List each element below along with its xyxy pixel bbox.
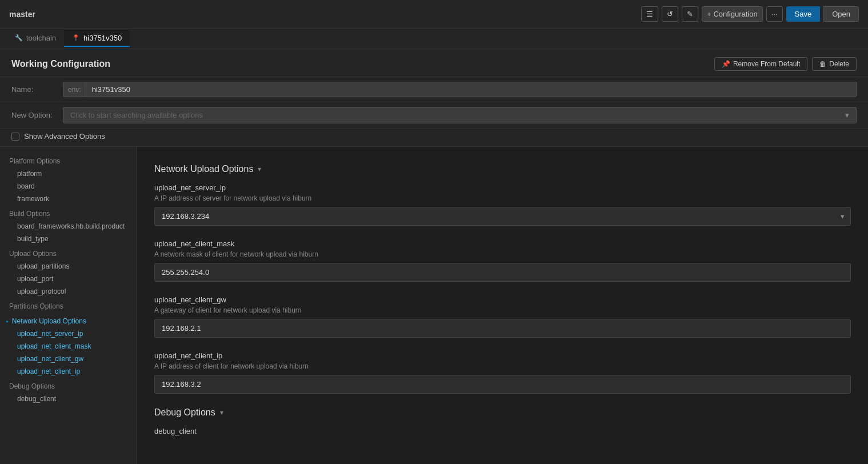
tab-hi3751v350-label: hi3751v350 [83, 34, 122, 42]
option-input-wrap-upload-net-client-ip [154, 375, 851, 394]
config-header-actions: 📌 Remove From Default 🗑 Delete [714, 57, 857, 71]
option-input-upload-net-client-gw[interactable] [155, 319, 850, 337]
name-prefix: env: [63, 83, 86, 97]
refresh-icon-btn[interactable]: ↺ [662, 6, 678, 22]
sidebar-group-partitions-options: Partitions Options [0, 298, 137, 313]
top-bar: master ☰ ↺ ✎ + Configuration ··· Save Op… [0, 0, 868, 29]
option-input-upload-net-server-ip[interactable] [155, 207, 835, 225]
network-upload-options-header: Network Upload Options ▾ [154, 164, 851, 174]
edit-icon-btn[interactable]: ✎ [682, 6, 698, 22]
top-bar-actions: ☰ ↺ ✎ + Configuration ··· Save Open [641, 6, 859, 22]
option-block-upload-net-client-gw: upload_net_client_gw A gateway of client… [154, 295, 851, 338]
main-content: Network Upload Options ▾ upload_net_serv… [137, 147, 868, 464]
option-input-wrap-upload-net-client-mask [154, 263, 851, 282]
option-desc-upload-net-client-ip: A IP address of client for network uploa… [154, 362, 851, 370]
sidebar-group-upload-options: Upload Options [0, 245, 137, 260]
option-desc-upload-net-client-mask: A network mask of client for network upl… [154, 250, 851, 258]
sidebar-item-platform[interactable]: platform [0, 167, 137, 180]
chevron-down-icon: ▾ [845, 111, 849, 119]
sidebar-group-platform-options: Platform Options [0, 153, 137, 167]
list-icon-btn[interactable]: ☰ [641, 6, 658, 22]
new-option-label: New Option: [11, 111, 57, 119]
option-block-upload-net-server-ip: upload_net_server_ip A IP address of ser… [154, 183, 851, 226]
option-name-upload-net-client-gw: upload_net_client_gw [154, 295, 851, 304]
sidebar-item-upload-net-server-ip[interactable]: upload_net_server_ip [0, 327, 137, 340]
tab-toolchain[interactable]: 🔧 toolchain [7, 30, 64, 47]
option-block-debug-client: debug_client [154, 427, 851, 435]
sidebar-item-board-frameworks[interactable]: board_frameworks.hb.build.product [0, 220, 137, 233]
sidebar-item-upload-net-client-ip[interactable]: upload_net_client_ip [0, 365, 137, 378]
hi3751v350-icon: 📍 [72, 34, 80, 42]
sidebar-item-debug-client[interactable]: debug_client [0, 393, 137, 405]
name-label: Name: [11, 85, 57, 94]
sidebar-item-framework[interactable]: framework [0, 193, 137, 205]
trash-icon: 🗑 [819, 60, 826, 68]
content-area: Platform Options platform board framewor… [0, 147, 868, 464]
app-title: master [9, 10, 35, 19]
show-advanced-checkbox[interactable] [11, 133, 19, 141]
option-input-wrap-upload-net-server-ip: ▾ [154, 207, 851, 226]
name-row: Name: env: [0, 77, 868, 102]
show-advanced-label: Show Advanced Options [24, 132, 105, 141]
save-button[interactable]: Save [786, 6, 821, 22]
debug-section-title: Debug Options [154, 407, 215, 418]
tabs-bar: 🔧 toolchain 📍 hi3751v350 [0, 29, 868, 49]
option-desc-upload-net-client-gw: A gateway of client for network upload v… [154, 306, 851, 314]
config-header: Working Configuration 📌 Remove From Defa… [0, 49, 868, 77]
new-option-placeholder: Click to start searching available optio… [70, 111, 203, 119]
option-name-upload-net-client-mask: upload_net_client_mask [154, 239, 851, 248]
option-input-wrap-upload-net-client-gw [154, 319, 851, 338]
option-name-upload-net-server-ip: upload_net_server_ip [154, 183, 851, 192]
delete-button[interactable]: 🗑 Delete [812, 57, 857, 71]
sidebar-group-debug-options: Debug Options [0, 378, 137, 393]
sidebar-item-build-type[interactable]: build_type [0, 233, 137, 245]
sidebar-item-upload-protocol[interactable]: upload_protocol [0, 285, 137, 298]
option-desc-upload-net-server-ip: A IP address of server for network uploa… [154, 194, 851, 202]
new-option-dropdown[interactable]: Click to start searching available optio… [63, 107, 857, 123]
option-input-upload-net-client-ip[interactable] [155, 375, 850, 393]
sidebar-item-upload-partitions[interactable]: upload_partitions [0, 260, 137, 273]
name-input-wrap: env: [63, 82, 857, 97]
remove-from-default-button[interactable]: 📌 Remove From Default [714, 57, 807, 71]
debug-chevron-icon[interactable]: ▾ [220, 409, 223, 417]
option-block-upload-net-client-ip: upload_net_client_ip A IP address of cli… [154, 351, 851, 394]
option-dropdown-arrow-upload-net-server-ip[interactable]: ▾ [835, 207, 850, 225]
sidebar-item-upload-port[interactable]: upload_port [0, 273, 137, 285]
debug-options-header: Debug Options ▾ [154, 407, 851, 418]
show-advanced-row: Show Advanced Options [0, 129, 868, 147]
network-upload-section-title: Network Upload Options [154, 164, 253, 174]
pin-icon: 📌 [722, 60, 730, 68]
option-block-upload-net-client-mask: upload_net_client_mask A network mask of… [154, 239, 851, 282]
main-layout: Working Configuration 📌 Remove From Defa… [0, 49, 868, 464]
open-button[interactable]: Open [823, 6, 859, 22]
sidebar-group-network-upload-options: ● Network Upload Options [0, 313, 137, 327]
more-button[interactable]: ··· [766, 6, 783, 22]
sidebar-group-build-options: Build Options [0, 205, 137, 220]
option-input-upload-net-client-mask[interactable] [155, 263, 850, 281]
sidebar-item-board[interactable]: board [0, 180, 137, 193]
name-input[interactable] [86, 82, 856, 97]
tab-toolchain-label: toolchain [26, 34, 56, 42]
section-chevron-icon[interactable]: ▾ [258, 165, 261, 173]
sidebar-item-upload-net-client-gw[interactable]: upload_net_client_gw [0, 353, 137, 365]
new-option-row: New Option: Click to start searching ava… [0, 102, 868, 129]
sidebar: Platform Options platform board framewor… [0, 147, 137, 464]
active-dot-icon: ● [6, 319, 9, 324]
option-name-debug-client: debug_client [154, 427, 851, 435]
config-title: Working Configuration [11, 59, 110, 69]
config-button[interactable]: + Configuration [702, 6, 763, 22]
sidebar-item-upload-net-client-mask[interactable]: upload_net_client_mask [0, 340, 137, 353]
tab-hi3751v350[interactable]: 📍 hi3751v350 [64, 30, 130, 47]
toolchain-icon: 🔧 [15, 34, 23, 42]
option-name-upload-net-client-ip: upload_net_client_ip [154, 351, 851, 360]
